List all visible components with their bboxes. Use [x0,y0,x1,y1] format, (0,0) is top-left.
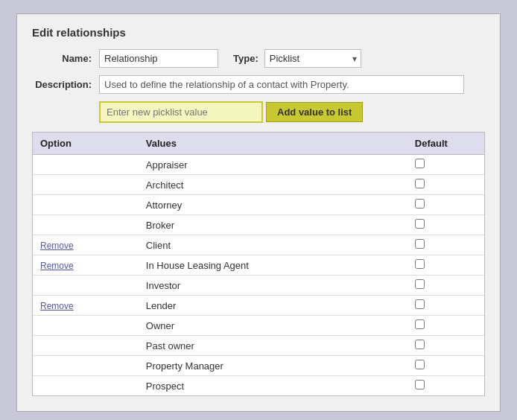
option-cell [33,336,139,356]
default-checkbox[interactable] [415,340,425,349]
default-cell[interactable] [407,276,484,296]
default-cell[interactable] [407,296,484,316]
option-cell[interactable]: Remove [33,235,139,255]
picklist-table-wrapper: Option Values Default AppraiserArchitect… [32,132,485,396]
default-checkbox[interactable] [415,279,425,289]
dialog-title: Edit relationships [32,26,485,39]
table-row: Prospect [33,376,484,396]
option-cell [33,155,139,175]
default-cell[interactable] [407,235,484,255]
option-cell[interactable]: Remove [33,255,139,276]
value-cell: Investor [139,276,407,296]
table-header-row: Option Values Default [33,133,484,155]
add-value-button[interactable]: Add value to list [266,102,363,122]
value-cell: In House Leasing Agent [139,255,407,276]
name-input[interactable] [99,49,218,68]
value-cell: Attorney [139,195,407,215]
option-cell [33,215,139,235]
option-cell [33,316,139,336]
remove-link[interactable]: Remove [40,241,74,251]
type-label: Type: [233,53,258,64]
name-type-row: Name: Type: Picklist [32,49,485,68]
default-cell[interactable] [407,195,484,215]
option-cell [33,276,139,296]
table-row: Property Manager [33,356,484,376]
default-checkbox[interactable] [415,319,425,329]
default-cell[interactable] [407,215,484,235]
option-cell [33,356,139,376]
picklist-table: Option Values Default AppraiserArchitect… [33,133,484,395]
value-cell: Owner [139,316,407,336]
table-row: Owner [33,316,484,336]
option-cell [33,195,139,215]
table-body: AppraiserArchitectAttorneyBrokerRemoveCl… [33,155,484,396]
default-checkbox[interactable] [415,219,425,229]
value-cell: Property Manager [139,356,407,376]
option-cell [33,376,139,396]
default-checkbox[interactable] [415,199,425,209]
default-checkbox[interactable] [415,259,425,269]
default-cell[interactable] [407,376,484,396]
description-input[interactable] [99,75,464,94]
edit-relationships-dialog: Edit relationships Name: Type: Picklist … [16,13,501,412]
type-select[interactable]: Picklist [264,49,361,68]
value-cell: Past owner [139,336,407,356]
default-cell[interactable] [407,255,484,276]
default-checkbox[interactable] [415,299,425,309]
default-cell[interactable] [407,316,484,336]
table-row: RemoveIn House Leasing Agent [33,255,484,276]
default-checkbox[interactable] [415,360,425,369]
default-cell[interactable] [407,175,484,195]
value-cell: Broker [139,215,407,235]
default-cell[interactable] [407,336,484,356]
table-row: Investor [33,276,484,296]
picklist-value-input[interactable] [99,101,263,123]
default-checkbox[interactable] [415,159,425,168]
col-header-option: Option [33,133,139,155]
option-cell [33,175,139,195]
value-cell: Client [139,235,407,255]
remove-link[interactable]: Remove [40,301,74,311]
value-cell: Architect [139,175,407,195]
col-header-values: Values [139,133,407,155]
table-row: Past owner [33,336,484,356]
table-row: Attorney [33,195,484,215]
name-label: Name: [32,53,99,64]
description-label: Description: [32,79,99,90]
value-cell: Lender [139,296,407,316]
default-cell[interactable] [407,356,484,376]
default-checkbox[interactable] [415,179,425,188]
remove-link[interactable]: Remove [40,261,74,271]
option-cell[interactable]: Remove [33,296,139,316]
col-header-default: Default [407,133,484,155]
default-checkbox[interactable] [415,239,425,249]
type-select-wrapper: Picklist [264,49,361,68]
description-row: Description: [32,75,485,94]
default-cell[interactable] [407,155,484,175]
value-cell: Prospect [139,376,407,396]
table-row: RemoveLender [33,296,484,316]
table-row: RemoveClient [33,235,484,255]
table-row: Architect [33,175,484,195]
table-row: Broker [33,215,484,235]
default-checkbox[interactable] [415,380,425,389]
picklist-input-row: Add value to list [99,101,485,123]
value-cell: Appraiser [139,155,407,175]
table-row: Appraiser [33,155,484,175]
